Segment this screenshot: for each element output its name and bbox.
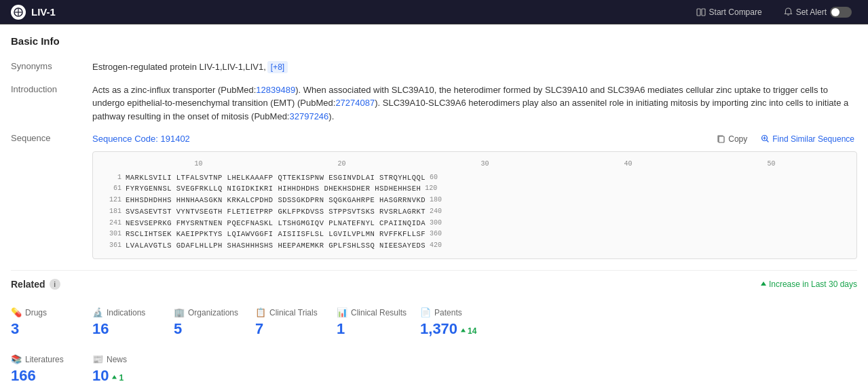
- sequence-line: 1MARKLSVILI LTFALSVTNP LHELKAAAFP QTTEKI…: [101, 172, 848, 184]
- alert-icon: [784, 7, 793, 16]
- stat-label: 📊 Clinical Results: [337, 307, 407, 317]
- stat-item[interactable]: 📄 Patents 1,370 14: [420, 299, 502, 346]
- stat-icon: 📰: [92, 354, 103, 364]
- basic-info-title: Basic Info: [11, 35, 857, 51]
- stat-label: 💊 Drugs: [11, 307, 79, 317]
- increase-icon: [460, 328, 466, 334]
- introduction-row: Introduction Acts as a zinc-influx trans…: [11, 83, 857, 123]
- stat-item[interactable]: 📊 Clinical Results 1: [337, 299, 420, 346]
- stat-icon: 📊: [337, 307, 347, 317]
- stat-value: 16: [92, 320, 160, 338]
- introduction-value: Acts as a zinc-influx transporter (PubMe…: [92, 83, 857, 123]
- stats-row-1: 💊 Drugs 3 🔬 Indications 16 🏢 Organizatio…: [11, 299, 857, 346]
- synonyms-value: Estrogen-regulated protein LIV-1,LIV-1,L…: [92, 60, 857, 74]
- stat-label: 📚 Literatures: [11, 354, 79, 364]
- stat-icon: 📋: [255, 307, 266, 317]
- sequence-actions: Copy Find Similar Sequence: [714, 133, 857, 145]
- stat-increase: 14: [460, 326, 476, 336]
- stat-item[interactable]: 📋 Clinical Trials 7: [255, 299, 337, 346]
- stat-increase: 1: [111, 373, 124, 383]
- sequence-line: 181SVSASEVTST VYNTVSEGTH FLETIETPRP GKLF…: [101, 206, 848, 218]
- pubmed-link-2[interactable]: 27274087: [335, 98, 375, 108]
- compare-icon: [696, 7, 706, 17]
- pubmed-link-3[interactable]: 32797246: [289, 111, 328, 121]
- stat-value: 5: [174, 320, 242, 338]
- increase-icon: [111, 374, 117, 381]
- increase-label: Increase in Last 30 days: [760, 279, 857, 289]
- synonyms-row: Synonyms Estrogen-regulated protein LIV-…: [11, 60, 857, 74]
- stat-icon: 🏢: [174, 307, 185, 317]
- introduction-label: Introduction: [11, 83, 92, 94]
- related-header: Related i Increase in Last 30 days: [11, 279, 857, 290]
- stat-label: 🏢 Organizations: [174, 307, 242, 317]
- find-similar-button[interactable]: Find Similar Sequence: [758, 133, 857, 145]
- increase-arrow-icon: [760, 281, 767, 288]
- app-header: LIV-1 Start Compare Set Alert: [0, 0, 868, 24]
- stat-icon: 💊: [11, 307, 22, 317]
- stat-label: 📋 Clinical Trials: [255, 307, 323, 317]
- main-content: Basic Info Synonyms Estrogen-regulated p…: [0, 24, 868, 386]
- alert-toggle[interactable]: [830, 7, 852, 18]
- sequence-line: 301RSCLIHTSEK KAEIPPKTYS LQIAWVGGFI AISI…: [101, 229, 848, 240]
- sequence-header: Sequence Code: 191402 Copy: [92, 132, 857, 146]
- sequence-label: Sequence: [11, 132, 92, 143]
- svg-rect-4: [702, 9, 705, 16]
- sequence-line: 61FYRYGENNSL SVEGFRKLLQ NIGIDKIKRI HIHHD…: [101, 183, 848, 195]
- copy-button[interactable]: Copy: [714, 133, 750, 145]
- sequence-code: Sequence Code: 191402: [92, 132, 190, 146]
- stat-value: 166: [11, 367, 79, 385]
- related-info-icon[interactable]: i: [50, 279, 60, 290]
- sequence-content: Sequence Code: 191402 Copy: [92, 132, 857, 259]
- stat-label: 📰 News: [92, 354, 160, 364]
- page-title: LIV-1: [31, 6, 56, 18]
- stat-icon: 📄: [420, 307, 431, 317]
- stats-row-2: 📚 Literatures 166 📰 News 10 1: [11, 346, 857, 386]
- stat-value: 10 1: [92, 367, 160, 385]
- pubmed-link-1[interactable]: 12839489: [256, 85, 295, 95]
- stat-value: 1: [337, 320, 407, 338]
- stat-item[interactable]: 💊 Drugs 3: [11, 299, 92, 346]
- copy-icon: [717, 134, 725, 143]
- sequence-line: 241NESVSEPRKG FMYSRNTNEN PQECFNASKL LTSH…: [101, 218, 848, 229]
- sequence-line: 361LVALAVGTLS GDAFLHLLPH SHASHHHSHS HEEP…: [101, 240, 848, 252]
- related-title: Related i: [11, 279, 60, 290]
- stat-value: 1,370 14: [420, 320, 488, 338]
- stat-item[interactable]: 🏢 Organizations 5: [174, 299, 255, 346]
- stat-item[interactable]: 🔬 Indications 16: [92, 299, 174, 346]
- app-logo: [11, 5, 26, 20]
- find-similar-icon: [761, 134, 770, 143]
- stat-value: 3: [11, 320, 79, 338]
- sequence-lines: 1MARKLSVILI LTFALSVTNP LHELKAAAFP QTTEKI…: [101, 172, 848, 252]
- stat-value: 7: [255, 320, 323, 338]
- sequence-code-link[interactable]: Sequence Code: 191402: [92, 134, 190, 144]
- stat-label: 🔬 Indications: [92, 307, 160, 317]
- stat-item[interactable]: 📰 News 10 1: [92, 346, 174, 386]
- related-section: Related i Increase in Last 30 days 💊 Dru…: [11, 270, 857, 386]
- sequence-ruler: 10 20 30 40 50: [101, 159, 848, 170]
- synonyms-more-badge[interactable]: [+8]: [267, 61, 288, 73]
- set-alert-button[interactable]: Set Alert: [778, 4, 857, 20]
- synonyms-label: Synonyms: [11, 60, 92, 71]
- svg-rect-3: [697, 9, 700, 16]
- stat-icon: 📚: [11, 354, 22, 364]
- header-actions: Start Compare Set Alert: [691, 4, 857, 20]
- stat-item[interactable]: 📚 Literatures 166: [11, 346, 92, 386]
- svg-rect-5: [719, 136, 724, 142]
- stat-icon: 🔬: [92, 307, 103, 317]
- header-left: LIV-1: [11, 5, 56, 20]
- sequence-line: 121EHHSDHDHHS HHNHAASGKN KRKALCPDHD SDSS…: [101, 195, 848, 206]
- start-compare-button[interactable]: Start Compare: [691, 5, 768, 20]
- stat-label: 📄 Patents: [420, 307, 488, 317]
- sequence-row: Sequence Sequence Code: 191402 Copy: [11, 132, 857, 259]
- sequence-box[interactable]: 10 20 30 40 50 1MARKLSVILI LTFALSVTNP LH…: [92, 151, 857, 260]
